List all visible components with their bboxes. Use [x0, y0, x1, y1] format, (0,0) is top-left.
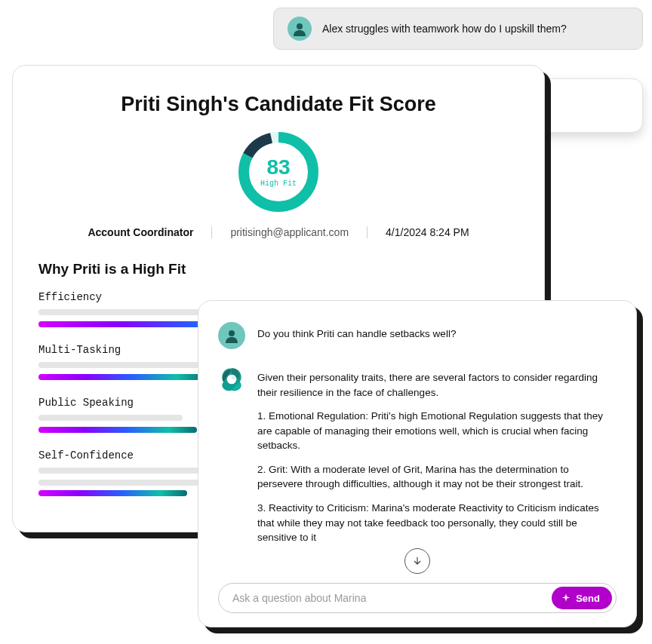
send-button[interactable]: Send [552, 587, 612, 609]
ai-paragraph: 3. Reactivity to Criticism: Marina's mod… [257, 501, 617, 545]
candidate-timestamp: 4/1/2024 8:24 PM [368, 226, 487, 238]
ai-paragraph: 1. Emotional Regulation: Priti's high Em… [257, 409, 617, 453]
user-message-text: Do you think Priti can handle setbacks w… [257, 322, 456, 349]
chat-message-user: Do you think Priti can handle setbacks w… [218, 322, 617, 349]
ai-logo-icon [218, 366, 245, 393]
scorecard-title: Priti Singh's Candidate Fit Score [38, 93, 518, 116]
suggestion-chat-pill: Alex struggles with teamwork how do I up… [273, 8, 643, 50]
user-avatar-icon [288, 17, 312, 41]
candidate-email: pritisingh@applicant.com [212, 226, 368, 238]
skill-text-placeholder [38, 415, 183, 421]
chat-panel: Do you think Priti can handle setbacks w… [198, 300, 637, 627]
skill-text-placeholder [38, 480, 211, 486]
scroll-down-button[interactable] [404, 548, 430, 574]
skill-bar [38, 374, 207, 380]
score-label: High Fit [260, 179, 297, 188]
chat-input-container: Send [218, 583, 617, 613]
chat-text-input[interactable] [232, 592, 544, 604]
candidate-meta-row: Account Coordinator pritisingh@applicant… [38, 226, 518, 238]
user-avatar-icon [218, 322, 245, 349]
why-fit-heading: Why Priti is a High Fit [38, 261, 518, 278]
suggestion-text: Alex struggles with teamwork how do I up… [322, 23, 567, 35]
skill-bar [38, 490, 187, 496]
chat-message-ai: Given their personality traits, there ar… [218, 366, 617, 545]
candidate-role: Account Coordinator [69, 226, 212, 238]
send-button-label: Send [576, 593, 600, 604]
sparkle-icon [561, 593, 571, 603]
score-value: 83 [266, 157, 290, 178]
skill-bar [38, 427, 197, 433]
fit-score-gauge: 83 High Fit [236, 130, 321, 214]
ai-message-text: Given their personality traits, there ar… [257, 366, 617, 545]
ai-paragraph: 2. Grit: With a moderate level of Grit, … [257, 462, 617, 492]
arrow-down-icon [411, 555, 423, 567]
ai-paragraph: Given their personality traits, there ar… [257, 370, 617, 400]
